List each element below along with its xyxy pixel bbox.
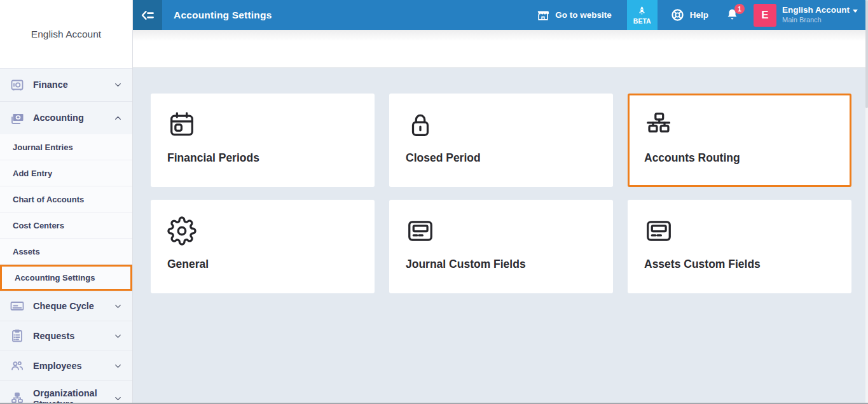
sidebar-item-label: Organizational Structure [33, 388, 94, 404]
cash-icon [10, 111, 25, 126]
chevron-down-icon [114, 362, 122, 370]
sidebar-item-label: Cheque Cycle [33, 301, 94, 312]
account-menu[interactable]: English Account Main Branch [782, 5, 858, 24]
branch-label: Main Branch [782, 15, 858, 24]
subitem-label: Journal Entries [13, 143, 73, 152]
card-label: General [167, 258, 375, 271]
lock-icon [406, 110, 435, 139]
sidebar-item-label: Finance [33, 80, 68, 90]
sidebar-subitem-chart-of-accounts[interactable]: Chart of Accounts [0, 186, 132, 212]
subitem-label: Chart of Accounts [13, 195, 84, 204]
sidebar-subitem-add-entry[interactable]: Add Entry [0, 160, 132, 186]
card-financial-periods[interactable]: Financial Periods [151, 94, 375, 187]
rocket-icon [637, 6, 647, 17]
org-chart-icon [10, 391, 25, 404]
notification-count-badge: 1 [734, 4, 745, 14]
sidebar-item-finance[interactable]: Finance [0, 68, 132, 101]
chevron-down-icon [114, 302, 122, 310]
chevron-up-icon [114, 114, 122, 122]
life-buoy-icon [670, 8, 685, 22]
sidebar-subitem-cost-centers[interactable]: Cost Centers [0, 212, 132, 239]
collapse-sidebar-icon [140, 8, 155, 23]
scrollbar[interactable] [865, 0, 868, 403]
settings-cards-grid: Financial Periods Closed Period Accounts… [133, 68, 865, 293]
sidebar-subitem-accounting-settings[interactable]: Accounting Settings [0, 265, 132, 291]
calendar-icon [167, 110, 196, 139]
gear-icon [167, 216, 196, 246]
card-label: Accounts Routing [644, 151, 850, 165]
card-label: Financial Periods [167, 151, 375, 165]
page-title: Accounting Settings [174, 10, 272, 21]
accounting-submenu: Journal Entries Add Entry Chart of Accou… [0, 134, 132, 291]
subitem-label: Assets [13, 247, 40, 256]
card-closed-period[interactable]: Closed Period [389, 94, 613, 187]
card-label: Assets Custom Fields [644, 258, 851, 271]
beta-label: BETA [633, 17, 651, 25]
sidebar-item-cheque-cycle[interactable]: Cheque Cycle [0, 291, 132, 321]
clipboard-icon [10, 328, 25, 344]
account-name-label: English Account [782, 5, 850, 15]
caret-down-icon [853, 10, 858, 13]
go-to-website-button[interactable]: Go to website [536, 8, 612, 22]
custom-fields-icon [406, 216, 435, 246]
safe-icon [10, 78, 25, 93]
go-to-website-label: Go to website [555, 10, 612, 20]
beta-badge[interactable]: BETA [627, 0, 658, 30]
account-title-text: English Account [31, 29, 101, 40]
card-general[interactable]: General [151, 200, 375, 293]
notifications-button[interactable]: 1 [725, 8, 740, 22]
cheque-icon [10, 298, 25, 314]
chevron-down-icon [114, 332, 122, 340]
subitem-label: Accounting Settings [15, 273, 95, 282]
chevron-down-icon [114, 394, 122, 403]
sidebar-item-organizational-structure[interactable]: Organizational Structure [0, 380, 132, 404]
subitem-label: Cost Centers [13, 221, 64, 230]
content-header-strip [133, 30, 865, 68]
avatar[interactable]: E [754, 4, 776, 27]
help-button[interactable]: Help [670, 8, 708, 22]
card-label: Journal Custom Fields [406, 258, 613, 271]
sidebar-item-label: Accounting [33, 113, 84, 123]
topbar: Accounting Settings Go to website [133, 0, 865, 30]
main-content: Financial Periods Closed Period Accounts… [133, 30, 865, 404]
people-icon [10, 358, 25, 373]
accounts-routing-icon [644, 110, 673, 139]
card-assets-custom-fields[interactable]: Assets Custom Fields [628, 200, 851, 293]
card-label: Closed Period [406, 151, 613, 165]
sidebar-item-label: Employees [33, 361, 82, 372]
topbar-actions: Go to website BETA [536, 0, 865, 30]
sidebar-account-title: English Account [0, 0, 132, 68]
subitem-label: Add Entry [13, 169, 52, 178]
sidebar-subitem-assets[interactable]: Assets [0, 239, 132, 265]
help-label: Help [690, 10, 708, 20]
sidebar-item-requests[interactable]: Requests [0, 321, 132, 351]
card-journal-custom-fields[interactable]: Journal Custom Fields [389, 200, 613, 293]
chevron-down-icon [114, 81, 122, 89]
app-window: English Account Finance A [0, 0, 868, 404]
storefront-icon [536, 8, 550, 22]
card-accounts-routing[interactable]: Accounts Routing [628, 94, 851, 187]
scrollbar-thumb[interactable] [865, 0, 868, 108]
collapse-sidebar-button[interactable] [133, 0, 162, 30]
sidebar-item-accounting[interactable]: Accounting [0, 101, 132, 134]
sidebar-item-label: Requests [33, 331, 74, 342]
sidebar-subitem-journal-entries[interactable]: Journal Entries [0, 134, 132, 160]
custom-fields-icon [644, 216, 673, 246]
sidebar: English Account Finance A [0, 0, 133, 403]
sidebar-item-employees[interactable]: Employees [0, 351, 132, 380]
